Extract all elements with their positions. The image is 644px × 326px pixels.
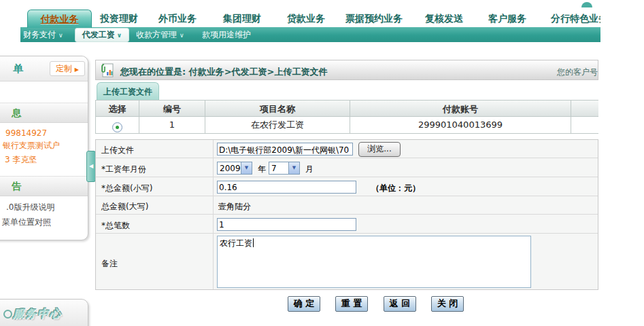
sidebar-footer-panel: 服务中心 [0,299,88,326]
col-header-project-name: 项目名称 [205,100,350,117]
corner-arc [581,2,592,7]
submenu-finance-pay[interactable]: 财务支付∨ [23,29,63,41]
upload-file-label: 上传文件 [101,145,134,156]
customer-number-label: 您的客户号 [557,67,598,78]
service-center-logo-mark [3,310,12,319]
form-row-amount: *总金额(小写) 0.16 （单位：元） [96,177,598,196]
page: 付款业务 投资理财 外币业务 集团理财 贷款业务 票据预约业务 复核发送 客户服… [0,0,644,326]
table-cell-select [95,117,139,134]
project-radio-selected[interactable] [112,122,122,132]
select-caret-icon: ▼ [241,162,252,174]
sidebar-link-operator[interactable]: 3 李克坚 [5,154,37,166]
form-row-amount-caps: 总金额(大写) 壹角陆分 [96,196,598,215]
sidebar-section-info: 息 [0,103,88,123]
col-header-extra [571,100,598,117]
year-value: 2009 [220,164,241,173]
upload-form: 上传文件 D:\电子银行部2009\新一代网银\70 浏览... *工资年月份 … [95,139,598,290]
nav-tab-branch-special[interactable]: 分行特色业务 [551,13,600,25]
form-row-upload-file: 上传文件 D:\电子银行部2009\新一代网银\70 浏览... [96,140,598,158]
table-cell-payer-account: 299901040013699 [350,117,571,134]
nav-tab-bill-reservation[interactable]: 票据预约业务 [345,13,403,25]
form-row-salary-month: *工资年月份 2009 ▼ 年 7 ▼ 月 [96,158,598,177]
customize-button[interactable]: 定制 ▶ [50,61,85,76]
amount-caps-value: 壹角陆分 [218,201,251,213]
year-select[interactable]: 2009 ▼ [217,162,252,175]
form-row-count: *总笔数 1 [96,215,598,234]
submenu-payment-purpose[interactable]: 款项用途维护 [202,29,251,41]
chevron-down-icon: ∨ [180,32,184,39]
confirm-button[interactable]: 确 定 [288,296,320,312]
amount-unit-note: （单位：元） [371,183,420,194]
sidebar-link-account-name[interactable]: 银行支票测试户 [3,140,60,151]
service-center-logo: 服务中心 [13,307,62,321]
table-cell-serial: 1 [139,117,205,134]
top-navigation: 付款业务 投资理财 外币业务 集团理财 贷款业务 票据预约业务 复核发送 客户服… [20,8,600,42]
sidebar-link-upgrade-notes[interactable]: .0版升级说明 [6,202,54,213]
browse-button[interactable]: 浏览... [358,142,401,157]
chevron-down-icon: ∨ [117,32,122,39]
nav-tab-group-finance[interactable]: 集团理财 [223,13,261,25]
chevron-down-icon: ∨ [58,32,63,39]
back-button[interactable]: 返 回 [384,296,416,312]
nav-tab-review-send[interactable]: 复核发送 [425,13,463,25]
breadcrumb-bar: 您现在的位置是: 付款业务>代发工资>上传工资文件 您的客户号 [95,60,598,80]
nav-tab-foreign-currency[interactable]: 外币业务 [158,13,197,25]
nav-tab-payment[interactable]: 付款业务 [27,10,92,28]
sidebar-menu-title: 单 [13,62,23,75]
table-cell-project-name: 在农行发工资 [205,117,350,134]
remark-textarea[interactable]: 农行工资 [217,236,531,288]
month-value: 7 [271,164,277,173]
select-caret-icon: ▼ [288,162,299,174]
remark-label: 备注 [101,258,118,270]
amount-caps-label: 总金额(大写) [101,201,148,213]
remark-value: 农行工资 [220,238,252,248]
sidebar-section-notice: 告 [0,176,88,196]
close-button[interactable]: 关 闭 [431,296,464,312]
col-header-select: 选择 [95,100,139,117]
year-unit-label: 年 [258,164,266,175]
sidebar-link-menu-mapping[interactable]: 菜单位置对照 [2,217,51,228]
month-unit-label: 月 [305,164,313,175]
tab-upload-salary-file[interactable]: 上传工资文件 [97,82,159,101]
table-cell-extra [571,117,598,134]
sidebar: 单 定制 ▶ 息 99814927 银行支票测试户 3 李克坚 告 .0版升级说… [0,56,88,240]
sidebar-link-account-number[interactable]: 99814927 [5,128,47,138]
text-cursor [253,238,254,247]
nav-tab-investment[interactable]: 投资理财 [100,13,138,25]
submenu-payee-management[interactable]: 收款方管理∨ [136,29,184,41]
reset-button[interactable]: 重 置 [335,296,368,312]
upload-file-input[interactable]: D:\电子银行部2009\新一代网银\70 [217,143,353,156]
nav-tab-customer-service[interactable]: 客户服务 [488,13,526,25]
col-header-payer-account: 付款账号 [350,100,571,117]
nav-tab-loan[interactable]: 贷款业务 [287,13,325,25]
amount-input[interactable]: 0.16 [217,181,356,194]
location-document-icon [100,62,116,79]
amount-label: *总金额(小写) [101,183,152,194]
project-table: 选择 编号 项目名称 付款账号 1 在农行发工资 299901040013699 [95,100,598,134]
salary-month-label: *工资年月份 [101,164,146,175]
sidebar-notice-header: 告 [12,181,21,193]
month-select[interactable]: 7 ▼ [269,162,300,175]
sidebar-info-header: 息 [12,107,21,120]
breadcrumb-text: 您现在的位置是: 付款业务>代发工资>上传工资文件 [120,66,328,78]
sidebar-header: 单 定制 ▶ [0,56,88,82]
submenu-payroll[interactable]: 代发工资∨ [75,28,129,42]
sidebar-collapse-handle[interactable]: ◀ [86,151,96,182]
count-input[interactable]: 1 [217,218,356,231]
count-label: *总笔数 [101,220,130,232]
col-header-serial: 编号 [139,100,205,117]
collapse-left-icon: ◀ [89,163,93,169]
arrow-right-icon: ▶ [75,67,79,73]
